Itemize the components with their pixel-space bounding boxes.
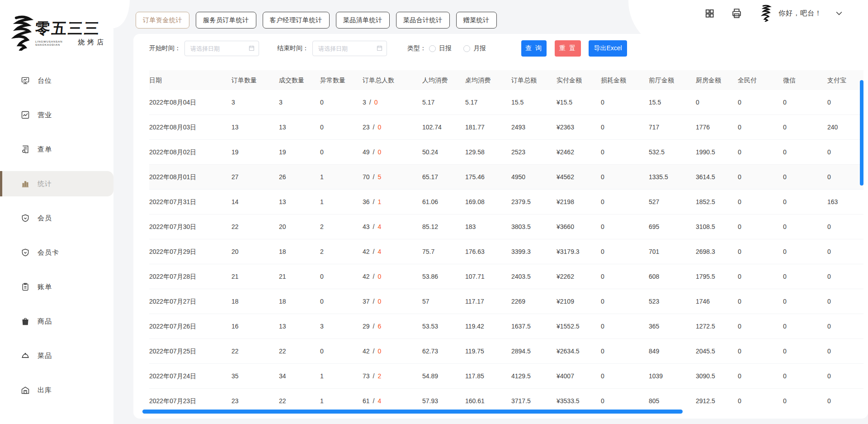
sidebar-item-label: 台位 [38,76,52,85]
cell-date: 2022年08月03日 [149,115,231,139]
cell-per-table: 175.46 [465,165,511,189]
cell-loss-amount: 0 [601,140,649,164]
monitor-icon [21,76,30,85]
abnormal-people-count: 5 [377,173,381,181]
table-row[interactable]: 2022年07月31日 14 13 1 36/1 61.06 169.08 23… [149,190,863,214]
reset-button[interactable]: 重 置 [555,40,581,57]
sidebar-item-label: 账单 [38,283,52,291]
cell-people: 42/0 [363,264,422,289]
table-row[interactable]: 2022年07月30日 22 20 2 43/4 85.12 183 3803.… [149,214,863,239]
sidebar-item-label: 会员 [38,214,52,223]
cell-order-total: 3399.3 [511,239,557,264]
sidebar-item-label: 会员卡 [38,248,59,257]
start-date-input[interactable] [184,41,259,56]
cell-loss-amount: 0 [601,264,649,289]
table-row[interactable]: 2022年07月24日 35 34 1 73/2 54.89 117.85 41… [149,364,863,389]
sidebar-item-order-search[interactable]: 查单 [0,137,113,162]
cell-alipay: 0 [827,264,863,289]
cell-loss-amount: 0 [601,165,649,189]
cell-wechat: 0 [783,339,827,363]
column-header: 实付金额 [557,70,601,90]
cell-per-capita: 85.12 [422,214,465,239]
tab-button[interactable]: 赠菜统计 [456,12,497,29]
sidebar-item-label: 统计 [38,180,52,188]
radio-daily[interactable]: 日报 [429,44,452,52]
tab-button[interactable]: 菜品合计统计 [396,12,450,29]
cell-paid-amount: ¥1552.5 [557,314,601,338]
radio-monthly[interactable]: 月报 [463,44,486,52]
cell-quanminfu: 0 [738,90,783,114]
cell-quanminfu: 0 [738,364,783,388]
tab-button[interactable]: 服务员订单统计 [196,12,256,29]
vertical-scrollbar[interactable] [860,80,863,186]
sidebar-item-members[interactable]: 会员 [0,205,113,231]
cell-alipay: 0 [827,214,863,239]
cell-alipay: 240 [827,115,863,139]
cell-people: 37/0 [363,289,422,314]
cell-paid-amount: ¥2634.5 [557,339,601,363]
horizontal-scrollbar[interactable] [142,410,683,414]
start-date-input-wrap [184,41,259,56]
table-row[interactable]: 2022年07月25日 22 22 0 42/0 62.73 119.75 28… [149,339,863,364]
cell-abnormal: 2 [320,239,363,264]
table-row[interactable]: 2022年07月26日 16 13 3 29/6 53.53 119.42 16… [149,314,863,339]
sidebar-item-outbound[interactable]: 出库 [0,377,113,403]
sidebar-item-label: 菜品 [38,352,52,360]
cell-quanminfu: 0 [738,239,783,264]
sidebar-item-business[interactable]: 营业 [0,102,113,128]
warehouse-icon [21,386,30,395]
sidebar-item-statistics[interactable]: 统计 [0,171,113,196]
cell-per-table: 183 [465,214,511,239]
cell-loss-amount: 0 [601,115,649,139]
sidebar-item-bills[interactable]: 账单 [0,274,113,300]
cell-front-hall: 532.5 [649,140,696,164]
tab-button[interactable]: 客户经理订单统计 [263,12,330,29]
apps-grid-icon[interactable] [704,8,715,19]
cell-kitchen: 1852.5 [696,190,738,214]
table-row[interactable]: 2022年08月04日 3 3 0 3/0 5.17 5.17 15.5 ¥15… [149,90,863,115]
table-row[interactable]: 2022年07月29日 20 18 2 42/4 75.7 176.63 339… [149,239,863,264]
cell-order-total: 15.5 [511,90,557,114]
table-row[interactable]: 2022年08月01日 27 26 1 70/5 65.17 175.46 49… [149,165,863,190]
cell-people: 23/0 [363,115,422,139]
cell-kitchen: 1795.5 [696,264,738,289]
abnormal-people-count: 0 [377,273,381,280]
abnormal-people-count: 0 [377,124,381,131]
printer-icon[interactable] [731,8,742,19]
cell-kitchen: 3090.5 [696,364,738,388]
abnormal-people-count: 1 [377,198,381,205]
cell-order-count: 14 [231,190,279,214]
table-row[interactable]: 2022年08月03日 13 13 0 23/0 102.74 181.77 2… [149,115,863,140]
table-row[interactable]: 2022年07月27日 18 18 0 37/0 57 117.17 2269 … [149,289,863,314]
chevron-down-icon[interactable] [835,9,844,18]
cell-quanminfu: 0 [738,190,783,214]
sidebar-item-label: 出库 [38,386,52,395]
cell-kitchen: 1272.5 [696,314,738,338]
query-button[interactable]: 查 询 [521,40,547,57]
table-row[interactable]: 2022年07月28日 21 21 0 42/0 53.86 107.71 24… [149,264,863,289]
export-excel-button[interactable]: 导出Excel [589,40,627,57]
sidebar-item-goods[interactable]: 商品 [0,309,113,334]
tab-button[interactable]: 订单资金统计 [136,12,189,29]
tab-button[interactable]: 菜品清单统计 [336,12,390,29]
cell-date: 2022年08月02日 [149,140,231,164]
cell-alipay: 0 [827,239,863,264]
cell-front-hall: 608 [649,264,696,289]
cell-order-total: 2403.5 [511,264,557,289]
column-header: 损耗金额 [601,70,649,90]
sidebar-item-tables[interactable]: 台位 [0,68,113,93]
cell-kitchen: 3614.5 [696,165,738,189]
bill-icon [21,282,30,291]
cell-front-hall: 695 [649,214,696,239]
cell-paid-amount: ¥4007 [557,364,601,388]
cell-abnormal: 0 [320,339,363,363]
cell-paid-amount: ¥2363 [557,115,601,139]
sidebar-item-member-cards[interactable]: 会员卡 [0,240,113,265]
abnormal-people-count: 4 [377,223,381,230]
type-label: 类型： [407,44,426,52]
table-row[interactable]: 2022年08月02日 19 19 0 49/0 50.24 129.58 25… [149,140,863,165]
sidebar-item-dishes[interactable]: 菜品 [0,343,113,368]
end-date-input[interactable] [312,41,387,56]
user-avatar[interactable] [760,5,772,22]
cell-quanminfu: 0 [738,339,783,363]
